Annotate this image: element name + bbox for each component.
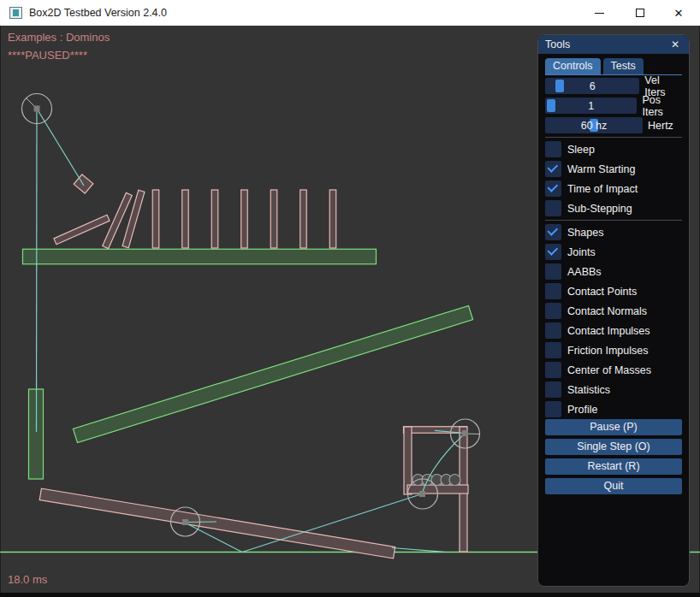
domino-standing [270,190,277,248]
close-button[interactable]: ✕ [664,0,693,26]
example-label: Examples : Dominos [8,31,110,44]
joint-anchor [182,519,188,525]
slider-grab[interactable] [547,99,555,112]
checkbox-label: Time of Impact [567,183,638,195]
tab-tests[interactable]: Tests [603,58,644,74]
slider-group: 6Vel Iters1Pos Iters60 hzHertz [545,78,682,133]
checkbox-label: Contact Normals [567,305,647,317]
maximize-icon [636,9,644,17]
checkbox-center-of-masses[interactable]: Center of Masses [545,362,682,378]
checkbox-box[interactable] [545,362,561,378]
joint-anchor [419,491,425,497]
minimize-icon [595,13,604,14]
checkbox-label: Profile [567,404,597,416]
slider-value: 1 [588,100,594,112]
single-step-o-button[interactable]: Single Step (O) [545,439,682,455]
joint-anchor [462,430,468,436]
slider-label: Pos Iters [642,94,682,118]
checkbox-box[interactable] [545,303,561,319]
domino-standing [211,190,218,248]
pause-p-button[interactable]: Pause (P) [545,419,682,435]
checkbox-aabbs[interactable]: AABBs [545,263,682,280]
checkbox-box[interactable] [545,244,561,260]
checkbox-box[interactable] [545,401,561,417]
paused-label: ****PAUSED**** [8,49,87,62]
checkbox-label: Contact Points [567,286,637,298]
joint-line [37,109,38,432]
checkbox-label: Center of Masses [567,364,651,376]
joint-anchor [34,106,40,112]
checkbox-statistics[interactable]: Statistics [545,381,682,398]
restart-r-button[interactable]: Restart (R) [545,458,682,475]
checkbox-label: Contact Impulses [567,325,650,337]
slider-label: Hertz [648,120,673,132]
maximize-button[interactable] [626,0,655,26]
checkbox-contact-points[interactable]: Contact Points [545,283,682,299]
frame-time-label: 18.0 ms [8,573,47,586]
tab-bar: ControlsTests [545,58,682,75]
checkbox-warm-starting[interactable]: Warm Starting [545,161,682,177]
joint-line [187,522,217,523]
tab-controls[interactable]: Controls [545,58,601,74]
checkbox-label: AABBs [567,266,602,278]
checkbox-box[interactable] [545,342,561,358]
slider-vel-iters[interactable]: 6Vel Iters [545,78,682,94]
static-shelf [23,249,377,264]
checkbox-label: Sub-Stepping [567,203,632,215]
checkbox-joints[interactable]: Joints [545,244,682,260]
checkbox-time-of-impact[interactable]: Time of Impact [545,180,682,197]
ball [449,475,460,486]
checkbox-profile[interactable]: Profile [545,401,682,417]
domino-standing [152,190,159,248]
quit-button[interactable]: Quit [545,478,682,494]
checkbox-label: Friction Impulses [567,345,648,357]
checkbox-label: Statistics [567,384,610,396]
checkbox-box[interactable] [545,263,561,280]
checkbox-group-draw: ShapesJointsAABBsContact PointsContact N… [545,224,682,417]
checkbox-sleep[interactable]: Sleep [545,141,682,157]
domino-fallen [54,215,110,245]
checkbox-box[interactable] [545,180,561,197]
tools-panel-titlebar[interactable]: Tools ✕ [538,35,689,54]
slider-hertz[interactable]: 60 hzHertz [545,117,682,133]
slider-pos-iters[interactable]: 1Pos Iters [545,98,682,114]
window-bottom-edge [0,593,700,597]
tools-panel: Tools ✕ ControlsTests 6Vel Iters1Pos Ite… [537,34,690,587]
checkbox-label: Warm Starting [567,163,635,175]
tools-panel-title: Tools [545,38,668,50]
checkbox-box[interactable] [545,141,561,157]
plank-tilted [39,488,395,559]
checkbox-label: Sleep [567,144,595,156]
checkbox-contact-normals[interactable]: Contact Normals [545,303,682,319]
button-group: Pause (P)Single Step (O)Restart (R)Quit [545,419,682,494]
checkbox-box[interactable] [545,283,561,299]
checkbox-sub-stepping[interactable]: Sub-Stepping [545,200,682,216]
frame-left-post [404,427,412,494]
domino-standing [300,190,307,248]
checkbox-shapes[interactable]: Shapes [545,224,682,240]
checkbox-label: Shapes [567,227,603,239]
checkbox-box[interactable] [545,381,561,398]
check-icon [547,225,558,236]
minimize-button[interactable] [584,0,614,26]
domino-standing [329,190,336,248]
tools-close-icon[interactable]: ✕ [668,38,682,50]
check-icon [547,245,558,256]
check-icon [547,181,558,192]
checkbox-box[interactable] [545,200,561,216]
plank-long-angled [73,305,472,442]
check-icon [547,162,558,173]
slider-value: 6 [590,80,596,92]
separator [545,220,682,221]
window-title: Box2D Testbed Version 2.4.0 [29,0,167,26]
separator [545,137,682,138]
checkbox-box[interactable] [545,161,561,177]
checkbox-box[interactable] [545,224,561,240]
tools-panel-content: ControlsTests 6Vel Iters1Pos Iters60 hzH… [538,58,689,494]
close-icon: ✕ [674,7,684,20]
checkbox-box[interactable] [545,322,561,339]
checkbox-friction-impulses[interactable]: Friction Impulses [545,342,682,358]
checkbox-contact-impulses[interactable]: Contact Impulses [545,322,682,339]
domino-standing [241,190,248,248]
slider-grab[interactable] [555,80,564,92]
